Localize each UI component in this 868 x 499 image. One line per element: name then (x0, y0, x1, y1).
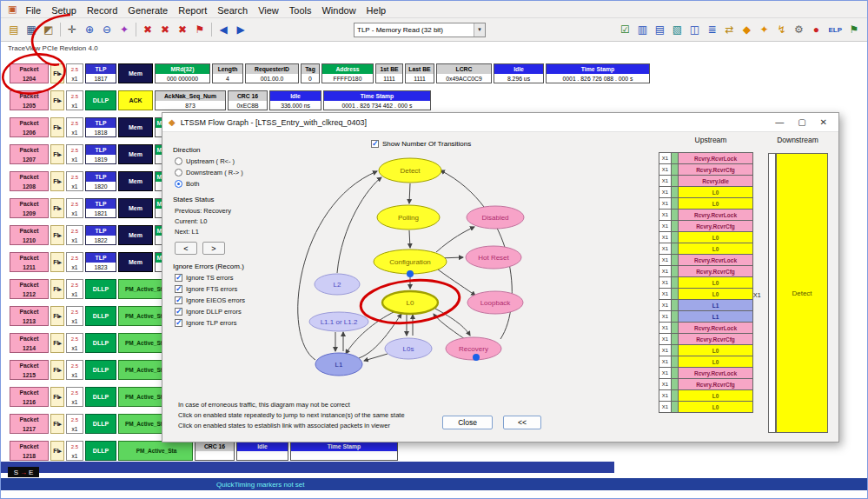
elp-badge[interactable]: ELP (826, 24, 844, 36)
trace-row-1204[interactable]: Packet1204Fl▸2.5x1TLP1817MemMRd(32)000 0… (10, 63, 652, 83)
flow-cell[interactable]: Fl▸ (50, 225, 64, 245)
pm-state-cell[interactable]: PM_Active_St (118, 279, 168, 299)
dllp-cell[interactable]: DLLP (85, 387, 116, 407)
prev-state-button[interactable]: < (175, 242, 197, 255)
field-cell[interactable]: Length4 (212, 63, 243, 83)
dllp-cell[interactable]: DLLP (85, 333, 116, 353)
flow-cell[interactable]: Fl▸ (50, 279, 64, 299)
flow-cell[interactable]: Fl▸ (50, 144, 64, 164)
list-view-icon[interactable]: ▥ (634, 22, 650, 37)
pm-state-cell[interactable]: PM_Active_Sta (118, 441, 193, 461)
error-filter-icon[interactable]: ✖ (157, 22, 173, 37)
link-width-cell[interactable]: 2.5x1 (66, 387, 83, 407)
state-loopback[interactable]: Loopback (467, 291, 523, 314)
flow-cell[interactable]: Fl▸ (50, 63, 64, 83)
lane-state-row[interactable]: X1L0 (659, 243, 753, 255)
trace-row-1212[interactable]: Packet1212Fl▸2.5x1DLLPPM_Active_St (10, 279, 169, 299)
radio-both[interactable]: Both (175, 180, 268, 188)
close-x-button[interactable]: ✕ (820, 117, 827, 127)
flow-cell[interactable]: Fl▸ (50, 171, 64, 191)
trace-row-1213[interactable]: Packet1213Fl▸2.5x1DLLPPM_Active_St (10, 306, 169, 326)
field-cell[interactable]: LCRC0x49ACC0C9 (436, 63, 492, 83)
dllp-cell[interactable]: DLLP (85, 360, 116, 380)
packet-cell[interactable]: Packet1208 (10, 171, 49, 191)
menu-help[interactable]: Help (361, 3, 392, 17)
trace-row-1216[interactable]: Packet1216Fl▸2.5x1DLLPPM_Active_St (10, 387, 169, 407)
dllp-cell[interactable]: DLLP (85, 90, 116, 110)
field-cell[interactable]: Time Stamp0001 . 826 726 088 . 000 s (546, 63, 650, 83)
state-l2[interactable]: L2 (315, 274, 360, 295)
ltssm-graph-icon[interactable]: ◆ (739, 22, 754, 37)
checkbox-ignore-dllp-errors[interactable]: Ignore DLLP errors (175, 308, 268, 316)
pm-state-cell[interactable]: PM_Active_St (118, 387, 168, 407)
trace-row-1206[interactable]: Packet1206Fl▸2.5x1TLP1818MemMW (10, 117, 171, 137)
lane-state-row[interactable]: X1Rcvry.Idle (659, 175, 753, 187)
pm-state-cell[interactable]: PM_Active_St (118, 306, 168, 326)
trace-view-icon[interactable]: ▤ (652, 22, 667, 37)
lane-state-row[interactable]: X1Rcvry.RcvrLock (659, 152, 753, 164)
lane-state-row[interactable]: X1L0 (659, 231, 753, 243)
state-polling[interactable]: Polling (377, 205, 440, 230)
trace-row-1207[interactable]: Packet1207Fl▸2.5x1TLP1819MemMW (10, 144, 171, 164)
packet-cell[interactable]: Packet1214 (10, 333, 49, 353)
menu-tools[interactable]: Tools (284, 3, 317, 17)
link-width-cell[interactable]: 2.5x1 (66, 225, 83, 245)
tlp-cell[interactable]: TLP1818 (85, 117, 116, 137)
lane-state-row[interactable]: X1Rcvry.RcvrCfg (659, 220, 753, 232)
packet-cell[interactable]: Packet1215 (10, 360, 49, 380)
link-width-cell[interactable]: 2.5x1 (66, 306, 83, 326)
checkbox-ignore-fts-errors[interactable]: Ignore FTS errors (175, 285, 268, 293)
flow-cell[interactable]: Fl▸ (50, 360, 64, 380)
state-l0[interactable]: L0 (382, 291, 438, 314)
lane-state-row[interactable]: X1Rcvry.RcvrLock (659, 322, 753, 334)
packet-cell[interactable]: Packet1217 (10, 414, 49, 434)
collapse-button[interactable]: << (503, 416, 541, 429)
chevron-down-icon[interactable]: ▼ (474, 23, 485, 37)
packet-cell[interactable]: Packet1204 (10, 63, 49, 83)
tlp-cell[interactable]: TLP1823 (85, 252, 116, 272)
lane-state-row[interactable]: X1L0 (659, 401, 753, 413)
lane-state-row[interactable]: X1L0 (659, 186, 753, 198)
dllp-cell[interactable]: DLLP (85, 414, 116, 434)
checkbox-ignore-eieos-errors[interactable]: Ignore EIEOS errors (175, 296, 268, 304)
cursor-icon[interactable]: ✛ (64, 22, 80, 37)
link-width-cell[interactable]: 2.5x1 (66, 198, 83, 218)
menu-setup[interactable]: Setup (46, 3, 82, 17)
link-width-cell[interactable]: 2.5x1 (66, 117, 83, 137)
dllp-cell[interactable]: DLLP (85, 441, 116, 461)
flow-cell[interactable]: Fl▸ (50, 333, 64, 353)
link-width-cell[interactable]: 2.5x1 (66, 441, 83, 461)
spreadsheet-view-icon[interactable]: ▧ (669, 22, 685, 37)
dialog-title-bar[interactable]: ◆ LTSSM Flow Graph - [LTSS_Entry_with_cl… (162, 113, 838, 132)
link-width-cell[interactable]: 2.5x1 (66, 252, 83, 272)
tlp-cell[interactable]: TLP1819 (85, 144, 116, 164)
packet-cell[interactable]: Packet1210 (10, 225, 49, 245)
flow-cell[interactable]: Fl▸ (50, 90, 64, 110)
mem-cell[interactable]: Mem (118, 117, 153, 137)
lane-state-row[interactable]: X1L1 (659, 299, 753, 311)
link-width-cell[interactable]: 2.5x1 (66, 144, 83, 164)
link-width-cell[interactable]: 2.5x1 (66, 360, 83, 380)
split-view-icon[interactable]: ◫ (686, 22, 702, 37)
flow-graph-icon[interactable]: ✦ (756, 22, 772, 37)
zoom-out-icon[interactable]: ⊖ (99, 22, 115, 37)
flow-cell[interactable]: Fl▸ (50, 306, 64, 326)
menu-search[interactable]: Search (212, 3, 253, 17)
next-state-button[interactable]: > (202, 242, 225, 255)
packet-cell[interactable]: Packet1212 (10, 279, 49, 299)
flow-cell[interactable]: Fl▸ (50, 387, 64, 407)
lane-state-row[interactable]: X1L0 (659, 389, 753, 402)
search-next-icon[interactable]: ▶ (233, 22, 248, 37)
open-file-icon[interactable]: ▤ (6, 22, 22, 37)
menu-record[interactable]: Record (82, 3, 123, 17)
save-icon[interactable]: ▦ (23, 22, 39, 37)
lane-state-row[interactable]: X1L0 (659, 356, 753, 368)
packet-cell[interactable]: Packet1206 (10, 117, 49, 137)
radio-downstream-r[interactable]: Downstream ( R-> ) (175, 169, 268, 176)
trace-row-1208[interactable]: Packet1208Fl▸2.5x1TLP1820MemMW (10, 171, 171, 191)
state-l1[interactable]: L1 (315, 353, 362, 376)
state-disabled[interactable]: Disabled (467, 206, 524, 229)
packet-cell[interactable]: Packet1218 (10, 441, 49, 461)
lane-state-row[interactable]: X1Rcvry.RcvrLock (659, 367, 753, 379)
mem-cell[interactable]: Mem (118, 63, 153, 83)
